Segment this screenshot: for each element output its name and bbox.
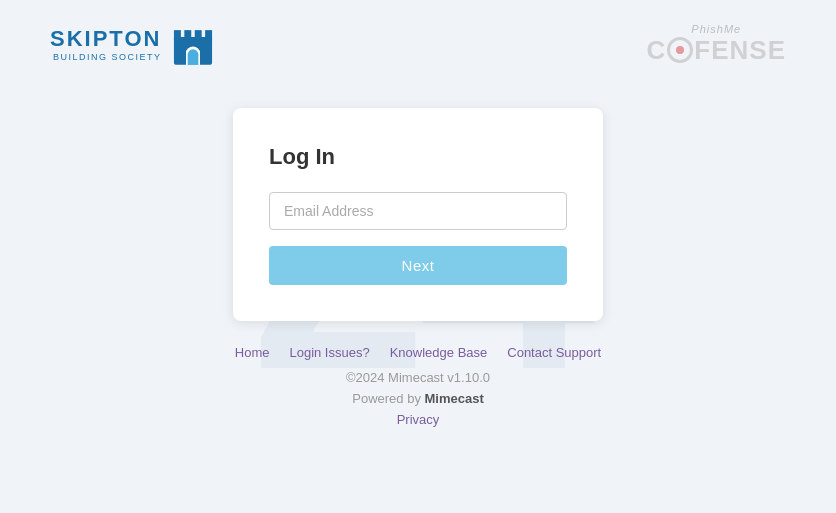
cofense-fense: FENSE: [694, 35, 786, 66]
svg-rect-2: [185, 30, 192, 40]
contact-support-link[interactable]: Contact Support: [507, 345, 601, 360]
phishme-text: PhishMe: [691, 23, 741, 35]
knowledge-base-link[interactable]: Knowledge Base: [390, 345, 488, 360]
skipton-subtitle: BUILDING SOCIETY: [53, 52, 162, 62]
login-issues-link[interactable]: Login Issues?: [289, 345, 369, 360]
login-card: Log In Next: [233, 108, 603, 321]
cofense-o-circle: [667, 37, 693, 63]
next-button[interactable]: Next: [269, 246, 567, 285]
svg-rect-1: [174, 30, 181, 40]
svg-rect-4: [206, 30, 213, 40]
castle-icon: [167, 18, 219, 70]
home-link[interactable]: Home: [235, 345, 270, 360]
cofense-o: [666, 37, 694, 63]
skipton-name: SKIPTON: [50, 26, 161, 52]
footer-powered: Powered by Mimecast: [352, 391, 484, 406]
powered-by-brand: Mimecast: [425, 391, 484, 406]
powered-by-prefix: Powered by: [352, 391, 424, 406]
footer-links: Home Login Issues? Knowledge Base Contac…: [235, 345, 601, 360]
cofense-o-dot: [676, 46, 684, 54]
cofense-text: C FENSE: [647, 35, 786, 66]
skipton-logo: SKIPTON BUILDING SOCIETY: [50, 18, 219, 70]
login-title: Log In: [269, 144, 567, 170]
header: SKIPTON BUILDING SOCIETY PhishMe C: [0, 0, 836, 88]
svg-point-8: [188, 49, 198, 59]
privacy-link[interactable]: Privacy: [397, 412, 440, 427]
cofense-c: C: [647, 35, 667, 66]
main-content: Log In Next Home Login Issues? Knowledge…: [233, 88, 603, 513]
svg-rect-3: [195, 30, 202, 40]
email-input[interactable]: [269, 192, 567, 230]
footer-version: ©2024 Mimecast v1.10.0: [346, 370, 490, 385]
skipton-text: SKIPTON BUILDING SOCIETY: [50, 26, 161, 62]
cofense-logo: PhishMe C FENSE: [647, 23, 786, 66]
